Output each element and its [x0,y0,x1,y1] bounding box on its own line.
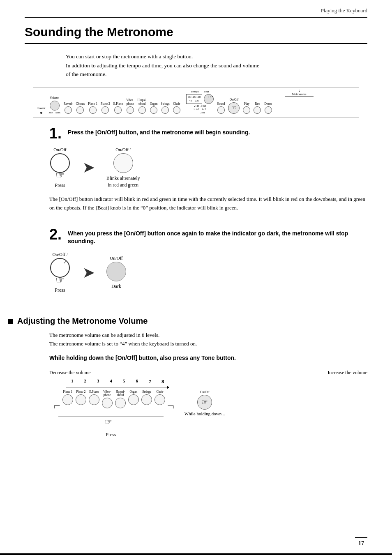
subsection-heading-text: Adjusting the Metronome Volume [17,316,148,326]
page-title: Sounding the Metronome [25,25,367,39]
vol-onoff-hold: On/Off ☞ While holding down... [184,390,225,416]
step2-press-label: Press [55,287,65,293]
step1-section: 1. Press the [On/Off] button, and the me… [49,128,367,219]
kb-power: Power [37,107,45,114]
step1-blinks-label: Blinks alternatelyin red and green [106,175,140,188]
vol-num-3: 3 [92,378,105,385]
vol-text1: The metronome volume can be adjusted in … [49,331,367,348]
vol-btn-piano2: Piano 2 [74,390,88,409]
step2-onoff-label-left: On/Off / [53,252,68,257]
vol-btn-harpsi: Harpsi-chord [114,390,127,409]
vol-num-1: 1 [66,378,79,385]
vol-num-2: 2 [79,378,92,385]
step2-press-button: On/Off / ✓ ☞ Press [49,252,71,293]
step1-onoff-label-left: On/Off [53,147,67,152]
increase-label: Increase the volume [327,370,367,376]
step1-description: The [On/Off] button indicator will blink… [49,195,367,212]
keyboard-diagram: ♩ Metronome Power Volume MinMax [33,87,359,117]
vol-btn-organ: Organ [127,390,140,409]
tone-buttons-row: Piano 1 Piano 2 E.Piano Vibra-phone [61,390,166,409]
intro-line1: You can start or stop the metronome with… [66,52,367,61]
kb-choir: Choir [173,102,180,114]
subsection-heading: Adjusting the Metronome Volume [8,310,367,326]
page-number: 17 [355,537,367,547]
kb-vibra: Vibra-phone [126,99,134,114]
header-title: Playing the Keyboard [321,7,367,14]
vol-btn-vibra: Vibra-phone [101,390,114,409]
intro-text: You can start or stop the metronome with… [66,52,367,79]
title-section: Sounding the Metronome [25,18,367,44]
vol-press-area: ☞ Press [58,418,164,438]
vol-adjust: The metronome volume can be adjusted in … [49,331,367,438]
step1-button-circle-right [113,153,133,173]
vol-numbers-container: 1 2 3 4 5 6 7 8 [66,378,367,390]
vol-num-4: 4 [105,378,118,385]
kb-sound: Sound [217,102,225,114]
step1-press-button: On/Off ☞ Press [49,147,71,189]
vol-onoff-hold-label: On/Off [200,390,210,394]
vol-numbers-row: 1 2 3 4 5 6 7 8 [66,378,169,385]
step2-button-circle-right [106,262,126,281]
kb-play: Play [243,102,250,114]
vol-num-7: 7 [143,378,157,385]
step2-dark-label: Dark [111,283,121,290]
while-holding-label: While holding down... [184,411,225,416]
step2-onoff-label-right: On/Off [110,256,123,260]
vol-range-labels: Decrease the volume Increase the volume [49,370,367,376]
step1-text: Press the [On/Off] button, and the metro… [68,128,367,137]
kb-organ: Organ [150,102,158,114]
step2-arrow: ➤ [83,265,94,281]
kb-piano2: Piano 2 [101,102,110,114]
step1-onoff-label-right: On/Off / [115,147,131,152]
kb-strings: Strings [161,102,170,114]
kb-chorus: Chorus [76,102,85,114]
vol-instruction: While holding down the [On/Off] button, … [49,354,367,362]
step2-number: 2. [49,227,62,242]
section-square-icon [8,319,13,324]
kb-volume: Volume MinMax [48,97,60,114]
step1-arrow: ➤ [83,160,94,175]
kb-harpsi: Harpsi-chord [137,99,147,114]
bracket-left-icon: ⌐ [53,394,60,417]
step2-diagram: On/Off / ✓ ☞ Press ➤ On/Off Dark [49,252,367,293]
vol-btn-choir: Choir [153,390,166,409]
vol-num-8: 8 [157,378,170,385]
vol-num-6: 6 [131,378,144,385]
step2-result-button: On/Off Dark [106,256,126,290]
step1-number: 1. [49,126,62,141]
kb-tempo-beat: Tempo Beat 96 125 100 42 239 2 3 4 ♩=44 … [186,90,214,114]
kb-demo: Demo [264,102,272,114]
vol-onoff-hold-btn[interactable]: ☞ [197,395,212,410]
step2-text: When you press the [On/Off] button once … [68,229,367,246]
page-header: Playing the Keyboard [25,0,367,18]
vol-num-5: 5 [118,378,131,385]
vol-press-label: Press [106,432,116,438]
hold-hand-icon: ☞ [201,398,208,407]
step1-diagram: On/Off ☞ Press ➤ On/Off / Blinks alterna… [49,147,367,189]
kb-onoff-highlighted: On/Off ☜ [228,98,240,114]
vol-btn-epiano: E.Piano [88,390,101,409]
vol-press-hand-icon: ☞ [105,418,117,426]
step2-hand-icon: ☞ [55,275,65,286]
step1-result-button: On/Off / Blinks alternatelyin red and gr… [106,147,140,188]
decrease-label: Decrease the volume [49,370,91,376]
step1-press-label: Press [55,182,65,189]
vol-btn-strings: Strings [140,390,153,409]
kb-reverb: Reverb [64,102,73,114]
vol-buttons-area: ⌐ Piano 1 Piano 2 E.Piano [53,390,367,417]
kb-rec: Rec [254,102,261,114]
vol-diagram: Decrease the volume Increase the volume … [49,370,367,438]
metronome-label: ♩ Metronome [285,89,314,97]
vol-arrow-line [66,386,169,389]
kb-epiano: E.Piano [113,102,123,114]
bracket-bottom-line [58,417,164,417]
step2-section: 2. When you press the [On/Off] button on… [49,229,367,299]
footer-bar [0,553,392,555]
intro-line2: In addition to adjusting the tempo and t… [66,61,367,79]
vol-btn-piano1: Piano 1 [61,390,74,409]
bracket-right-icon: ¬ [167,394,174,417]
step1-hand-icon: ☞ [55,170,65,181]
adjusting-section: Adjusting the Metronome Volume The metro… [25,310,367,438]
kb-piano1: Piano 1 [88,102,97,114]
